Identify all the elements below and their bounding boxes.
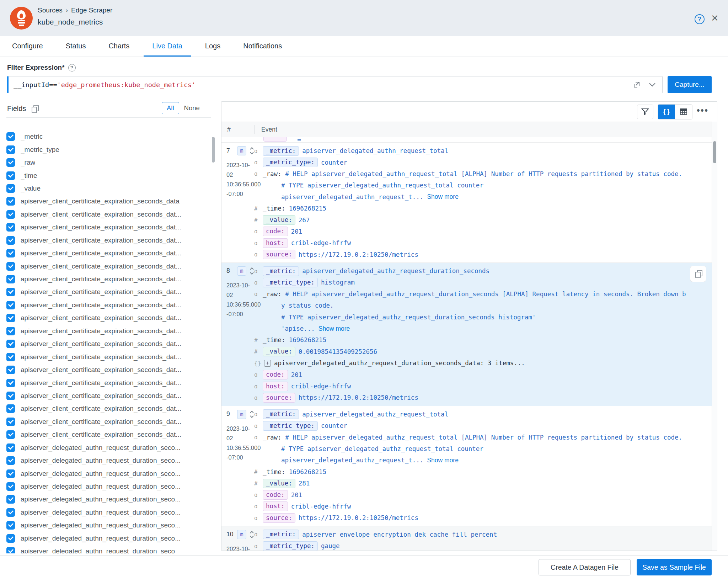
fields-scrollbar-thumb[interactable] xyxy=(212,137,215,163)
field-checkbox[interactable] xyxy=(6,508,15,517)
expand-chevrons-icon[interactable] xyxy=(250,410,254,419)
field-checkbox[interactable] xyxy=(6,456,15,465)
capture-button[interactable]: Capture... xyxy=(668,76,712,93)
field-checkbox[interactable] xyxy=(6,430,15,439)
tab-charts[interactable]: Charts xyxy=(100,36,138,57)
copy-fields-icon[interactable] xyxy=(32,105,38,112)
field-item[interactable]: apiserver_delegated_authn_request_durati… xyxy=(6,467,214,480)
tab-logs[interactable]: Logs xyxy=(197,36,229,57)
tab-status[interactable]: Status xyxy=(57,36,95,57)
field-item[interactable]: apiserver_delegated_authn_request_durati… xyxy=(6,532,214,545)
event-scrollbar-thumb[interactable] xyxy=(713,141,716,163)
field-checkbox[interactable] xyxy=(6,249,15,257)
breadcrumb-sources[interactable]: Sources xyxy=(38,6,63,14)
field-item[interactable]: apiserver_client_certificate_expiration_… xyxy=(6,363,214,376)
field-checkbox[interactable] xyxy=(6,340,15,348)
field-item[interactable]: apiserver_client_certificate_expiration_… xyxy=(6,286,214,298)
field-item[interactable]: apiserver_delegated_authn_request_durati… xyxy=(6,506,214,519)
field-checkbox[interactable] xyxy=(6,469,15,478)
field-item[interactable]: apiserver_delegated_authn_request_durati… xyxy=(6,519,214,532)
filter-expression-input[interactable]: __inputId=='edge_prometheus:kube_node_me… xyxy=(7,76,663,93)
field-item[interactable]: apiserver_client_certificate_expiration_… xyxy=(6,312,214,324)
field-checkbox[interactable] xyxy=(6,482,15,491)
field-checkbox[interactable] xyxy=(6,262,15,271)
show-more-link[interactable]: Show more xyxy=(427,457,459,464)
field-item[interactable]: apiserver_delegated_authn_request_durati… xyxy=(6,454,214,467)
field-item[interactable]: apiserver_client_certificate_expiration_… xyxy=(6,428,214,441)
field-item[interactable]: apiserver_client_certificate_expiration_… xyxy=(6,234,214,247)
field-item[interactable]: apiserver_client_certificate_expiration_… xyxy=(6,299,214,312)
field-item[interactable]: apiserver_client_certificate_expiration_… xyxy=(6,208,214,221)
expand-editor-icon[interactable] xyxy=(632,80,641,89)
field-checkbox[interactable] xyxy=(6,288,15,296)
field-item[interactable]: _value xyxy=(6,182,214,195)
filter-help-icon[interactable]: ? xyxy=(68,64,76,71)
field-checkbox[interactable] xyxy=(6,521,15,530)
tab-notifications[interactable]: Notifications xyxy=(235,36,290,57)
field-checkbox[interactable] xyxy=(6,236,15,245)
field-item[interactable]: apiserver_client_certificate_expiration_… xyxy=(6,247,214,260)
field-item[interactable]: apiserver_client_certificate_expiration_… xyxy=(6,376,214,389)
field-checkbox[interactable] xyxy=(6,314,15,322)
field-checkbox[interactable] xyxy=(6,418,15,426)
field-item[interactable]: _metric_type xyxy=(6,143,214,156)
field-checkbox[interactable] xyxy=(6,132,15,141)
field-checkbox[interactable] xyxy=(6,404,15,413)
filter-events-button[interactable] xyxy=(637,105,653,119)
field-checkbox[interactable] xyxy=(6,379,15,387)
field-item[interactable]: _time xyxy=(6,169,214,182)
field-item[interactable]: apiserver_client_certificate_expiration_… xyxy=(6,273,214,286)
field-checkbox[interactable] xyxy=(6,184,15,193)
field-checkbox[interactable] xyxy=(6,495,15,504)
field-checkbox[interactable] xyxy=(6,366,15,374)
field-item[interactable]: apiserver_client_certificate_expiration_… xyxy=(6,195,214,208)
field-checkbox[interactable] xyxy=(6,275,15,283)
field-item[interactable]: apiserver_delegated_authn_request_durati… xyxy=(6,441,214,454)
chevron-down-icon[interactable] xyxy=(649,83,656,87)
field-checkbox[interactable] xyxy=(6,171,15,180)
field-item[interactable]: apiserver_client_certificate_expiration_… xyxy=(6,350,214,363)
select-none-button[interactable]: None xyxy=(179,102,205,114)
field-item[interactable]: apiserver_client_certificate_expiration_… xyxy=(6,402,214,415)
create-datagen-file-button[interactable]: Create A Datagen File xyxy=(539,559,631,575)
expand-chevrons-icon[interactable] xyxy=(250,267,254,275)
field-item[interactable]: _raw xyxy=(6,156,214,169)
field-item[interactable]: apiserver_client_certificate_expiration_… xyxy=(6,415,214,428)
show-more-link[interactable]: Show more xyxy=(318,325,350,333)
show-more-link[interactable]: Show more xyxy=(427,193,459,201)
copy-event-button[interactable] xyxy=(690,266,706,282)
field-item[interactable]: apiserver_delegated_authn_request_durati… xyxy=(6,480,214,493)
field-item[interactable]: apiserver_client_certificate_expiration_… xyxy=(6,389,214,402)
field-checkbox[interactable] xyxy=(6,353,15,361)
tab-live-data[interactable]: Live Data xyxy=(144,36,191,57)
field-checkbox[interactable] xyxy=(6,443,15,452)
field-item[interactable]: _metric xyxy=(6,130,214,143)
field-checkbox[interactable] xyxy=(6,210,15,219)
field-checkbox[interactable] xyxy=(6,301,15,309)
close-icon[interactable]: ✕ xyxy=(711,13,719,24)
tab-configure[interactable]: Configure xyxy=(4,36,52,57)
expand-chevrons-icon[interactable] xyxy=(250,147,254,155)
save-as-sample-file-button[interactable]: Save as Sample File xyxy=(637,559,712,575)
field-checkbox[interactable] xyxy=(6,145,15,154)
field-checkbox[interactable] xyxy=(6,534,15,543)
json-view-button[interactable]: {} xyxy=(658,105,675,119)
field-item[interactable]: apiserver_delegated_authn_request_durati… xyxy=(6,493,214,506)
field-checkbox[interactable] xyxy=(6,547,15,553)
field-item[interactable]: apiserver_client_certificate_expiration_… xyxy=(6,338,214,350)
expand-chevrons-icon[interactable] xyxy=(250,530,254,539)
field-item[interactable]: apiserver_client_certificate_expiration_… xyxy=(6,325,214,338)
field-checkbox[interactable] xyxy=(6,158,15,167)
field-checkbox[interactable] xyxy=(6,392,15,400)
field-checkbox[interactable] xyxy=(6,223,15,232)
field-item[interactable]: apiserver_client_certificate_expiration_… xyxy=(6,260,214,272)
field-checkbox[interactable] xyxy=(6,327,15,335)
help-icon[interactable]: ? xyxy=(695,14,705,24)
select-all-button[interactable]: All xyxy=(162,102,179,114)
field-item[interactable]: apiserver_delegated_authn_request_durati… xyxy=(6,545,214,553)
field-item[interactable]: apiserver_client_certificate_expiration_… xyxy=(6,221,214,234)
field-checkbox[interactable] xyxy=(6,197,15,206)
more-options-icon[interactable]: ••• xyxy=(697,105,708,119)
expand-object-toggle[interactable]: + xyxy=(264,360,271,367)
table-view-button[interactable] xyxy=(675,105,692,119)
